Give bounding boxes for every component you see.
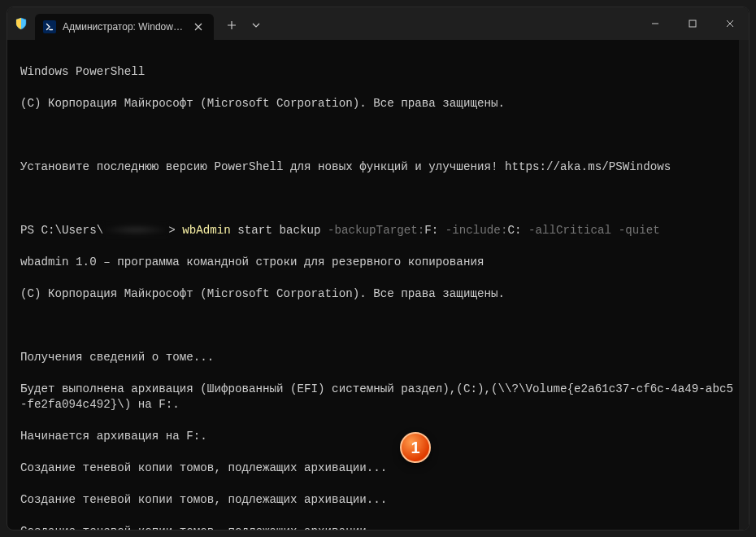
close-button[interactable] (711, 7, 749, 40)
command-value: C: (507, 224, 528, 237)
output-line: Создание теневой копии томов, подлежащих… (20, 461, 736, 477)
command-value: F: (424, 224, 445, 237)
output-line: Получения сведений о томе... (20, 350, 736, 366)
redacted-username (103, 224, 168, 236)
window-controls (637, 7, 749, 40)
active-tab[interactable]: Администратор: Windows Po (35, 14, 214, 40)
output-line: wbadmin 1.0 – программа командной строки… (20, 255, 736, 271)
new-tab-button[interactable] (219, 12, 245, 38)
output-line: (C) Корпорация Майкрософт (Microsoft Cor… (20, 286, 736, 303)
output-line: (C) Корпорация Майкрософт (Microsoft Cor… (20, 96, 736, 112)
terminal-window: Администратор: Windows Po Windows PowerS… (7, 7, 749, 530)
output-line: Создание теневой копии томов, подлежащих… (20, 524, 736, 530)
powershell-icon (43, 20, 56, 33)
prompt-suffix: > (168, 224, 182, 237)
output-line: Создание теневой копии томов, подлежащих… (20, 492, 736, 509)
blank-line (20, 128, 736, 144)
scrollbar[interactable] (739, 40, 749, 530)
command-param: -allCritical (528, 224, 611, 237)
marker-number: 1 (411, 439, 419, 457)
prompt-prefix: PS C:\Users\ (20, 224, 103, 237)
tab-title: Администратор: Windows Po (63, 21, 185, 33)
command-exe: wbAdmin (182, 224, 231, 237)
output-line: Windows PowerShell (20, 64, 736, 81)
command-sp (611, 224, 619, 237)
annotation-marker-1: 1 (400, 432, 431, 463)
command-param: -quiet (619, 224, 660, 237)
blank-line (20, 191, 736, 207)
output-line: Установите последнюю версию PowerShell д… (20, 159, 736, 176)
titlebar[interactable]: Администратор: Windows Po (7, 7, 749, 40)
terminal-output[interactable]: Windows PowerShell (C) Корпорация Майкро… (7, 40, 749, 530)
output-line: Начинается архивация на F:. (20, 429, 736, 445)
command-args: start backup (231, 224, 328, 237)
tab-dropdown-button[interactable] (245, 12, 267, 38)
maximize-button[interactable] (674, 7, 711, 40)
command-param: -backupTarget: (328, 224, 424, 237)
svg-rect-1 (689, 20, 696, 27)
tab-close-button[interactable] (191, 20, 206, 34)
admin-shield-icon (14, 16, 28, 31)
command-param: -include: (445, 224, 508, 237)
prompt-line: PS C:\Users\> wbAdmin start backup -back… (20, 223, 736, 239)
output-line: Будет выполнена архивация (Шифрованный (… (20, 382, 736, 413)
minimize-button[interactable] (637, 7, 674, 40)
blank-line (20, 318, 736, 334)
